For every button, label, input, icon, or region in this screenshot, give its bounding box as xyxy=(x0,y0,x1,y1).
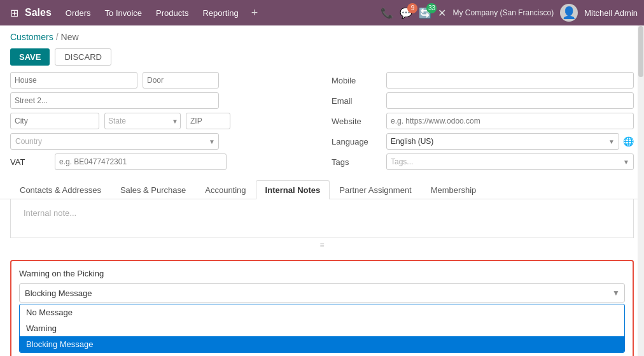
website-label: Website xyxy=(332,117,382,126)
mobile-label: Mobile xyxy=(332,76,382,85)
city-input[interactable] xyxy=(10,113,99,129)
activity-badge-wrap[interactable]: 🔄 33 xyxy=(419,7,431,19)
dropdown-item-no-message[interactable]: No Message xyxy=(20,304,624,320)
discard-button[interactable]: DISCARD xyxy=(55,48,111,66)
page-content: Customers / New SAVE DISCARD xyxy=(0,25,644,356)
zip-input[interactable] xyxy=(186,113,230,129)
nav-orders[interactable]: Orders xyxy=(59,6,97,20)
internal-note-placeholder[interactable]: Internal note... xyxy=(21,206,623,231)
nav-to-invoice[interactable]: To Invoice xyxy=(99,6,149,20)
top-navigation: ⊞ Sales Orders To Invoice Products Repor… xyxy=(0,0,644,25)
warning-section: Warning on the Picking No Message Warnin… xyxy=(10,260,634,356)
company-name: My Company (San Francisco) xyxy=(452,8,554,17)
topnav-right: 📞 💬 9 🔄 33 ✕ My Company (San Francisco) … xyxy=(381,4,638,22)
tab-content-internal-notes: Internal note... xyxy=(10,199,634,238)
warning-select[interactable]: No Message Warning Blocking Message xyxy=(19,283,625,303)
add-menu-icon[interactable]: + xyxy=(248,6,262,20)
scroll-thumb[interactable] xyxy=(638,26,643,77)
breadcrumb-current: New xyxy=(61,32,79,42)
scrollbar[interactable] xyxy=(638,25,644,356)
language-label: Language xyxy=(332,137,382,146)
activity-badge: 33 xyxy=(426,3,437,13)
nav-products[interactable]: Products xyxy=(150,6,195,20)
settings-icon[interactable]: ✕ xyxy=(438,7,446,19)
tags-label: Tags xyxy=(332,157,382,167)
breadcrumb-separator: / xyxy=(56,32,59,42)
avatar[interactable]: 👤 xyxy=(560,4,578,22)
tab-membership[interactable]: Membership xyxy=(421,180,486,199)
language-dropdown-arrow: ▼ xyxy=(608,138,615,145)
website-input[interactable] xyxy=(386,113,634,129)
nav-menu: Orders To Invoice Products Reporting xyxy=(59,6,245,20)
username: Mitchell Admin xyxy=(584,8,638,18)
breadcrumb-parent[interactable]: Customers xyxy=(10,32,53,42)
warning-dropdown-list: No Message Warning Blocking Message xyxy=(19,304,625,353)
warning-select-wrap: No Message Warning Blocking Message ▼ xyxy=(19,283,625,303)
tags-placeholder: Tags... xyxy=(391,157,413,166)
street2-input[interactable] xyxy=(10,92,219,109)
chat-badge-wrap[interactable]: 💬 9 xyxy=(400,7,412,19)
warning-title: Warning on the Picking xyxy=(19,269,625,278)
email-label: Email xyxy=(332,96,382,106)
country-select[interactable] xyxy=(10,133,219,150)
vat-input[interactable] xyxy=(55,153,227,170)
tags-select[interactable]: Tags... ▼ xyxy=(386,153,634,170)
mobile-input[interactable] xyxy=(386,72,634,89)
phone-icon[interactable]: 📞 xyxy=(381,7,393,19)
dropdown-item-blocking[interactable]: Blocking Message xyxy=(20,336,624,352)
tab-contacts-addresses[interactable]: Contacts & Addresses xyxy=(10,180,111,199)
save-button[interactable]: SAVE xyxy=(10,48,50,66)
address-section: ▼ State ▼ Country VAT xyxy=(10,72,312,174)
tab-sales-purchase[interactable]: Sales & Purchase xyxy=(111,180,195,199)
tags-dropdown-arrow: ▼ xyxy=(623,159,629,166)
apps-icon[interactable]: ⊞ xyxy=(6,4,22,22)
breadcrumb: Customers / New xyxy=(0,25,644,46)
language-value: English (US) xyxy=(391,137,433,146)
language-select[interactable]: English (US) ▼ xyxy=(386,133,619,150)
state-select[interactable] xyxy=(104,113,181,129)
tabs-bar: Contacts & Addresses Sales & Purchase Ac… xyxy=(0,180,644,199)
globe-icon: 🌐 xyxy=(623,136,634,146)
email-input[interactable] xyxy=(386,92,634,109)
tab-partner-assignment[interactable]: Partner Assignment xyxy=(330,180,421,199)
dropdown-item-warning[interactable]: Warning xyxy=(20,320,624,336)
chat-badge: 9 xyxy=(407,3,417,13)
resize-handle[interactable]: ≡ xyxy=(0,238,644,252)
action-bar: SAVE DISCARD xyxy=(0,46,644,72)
door-input[interactable] xyxy=(143,72,219,89)
contact-section: Mobile Email Website Language English (U… xyxy=(332,72,634,174)
nav-reporting[interactable]: Reporting xyxy=(196,6,244,20)
tab-accounting[interactable]: Accounting xyxy=(195,180,255,199)
house-input[interactable] xyxy=(10,72,137,89)
brand-name: Sales xyxy=(25,7,52,18)
tab-internal-notes[interactable]: Internal Notes xyxy=(256,180,330,199)
vat-label: VAT xyxy=(10,157,48,167)
